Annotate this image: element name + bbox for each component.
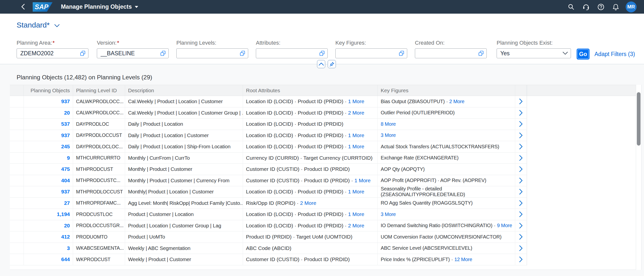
planning-objects-count[interactable]: 9 (67, 155, 70, 161)
more-link[interactable]: 3 More (381, 211, 396, 217)
table-row[interactable]: 412 PRODUOMTO Product | UoMTo Product ID… (10, 231, 636, 243)
more-link[interactable]: 1 More (354, 178, 370, 183)
planning-objects-exist-select[interactable]: Yes (496, 48, 571, 58)
table-row[interactable]: 475 MTHPRODCUST Monthly | Product | Cust… (10, 164, 636, 175)
planning-objects-count[interactable]: 475 (61, 166, 70, 172)
row-navigate-cell[interactable] (515, 130, 527, 141)
row-select-cell[interactable] (10, 243, 24, 254)
row-navigate-cell[interactable] (515, 107, 527, 119)
col-planning-level-id[interactable]: Planning Level ID (73, 85, 125, 96)
row-navigate-cell[interactable] (515, 198, 527, 209)
planning-objects-count[interactable]: 937 (61, 189, 70, 195)
table-row[interactable]: 20 CALWKPRODLOCC... Cal.Weekly | Product… (10, 107, 636, 119)
value-help-icon[interactable] (80, 50, 86, 56)
row-navigate-cell[interactable] (515, 254, 527, 265)
planning-objects-count[interactable]: 404 (61, 178, 70, 183)
more-link[interactable]: 1 More (348, 189, 364, 195)
row-select-cell[interactable] (10, 96, 24, 107)
row-navigate-cell[interactable] (515, 96, 527, 107)
value-help-icon[interactable] (398, 50, 404, 56)
row-select-cell[interactable] (10, 107, 24, 119)
version-input[interactable]: __BASELINE (97, 48, 169, 58)
planning-objects-count[interactable]: 644 (61, 256, 70, 262)
planning-objects-count[interactable]: 537 (61, 121, 70, 127)
row-select-cell[interactable] (10, 220, 24, 232)
table-row[interactable]: 937 CALWKPRODLOCC... Cal.Weekly | Produc… (10, 96, 636, 107)
row-select-cell[interactable] (10, 175, 24, 186)
col-description[interactable]: Description (125, 85, 243, 96)
row-select-cell[interactable] (10, 141, 24, 152)
table-row[interactable]: 27 MTHROPRDFAMC... Agg Level: Month| Ris… (10, 198, 636, 209)
planning-area-input[interactable]: ZDEMO2002 (16, 48, 88, 58)
row-navigate-cell[interactable] (515, 175, 527, 186)
go-button[interactable]: Go (577, 49, 590, 60)
col-root-attributes[interactable]: Root Attributes (243, 85, 378, 96)
planning-objects-count[interactable]: 27 (64, 200, 70, 206)
row-navigate-cell[interactable] (515, 220, 527, 232)
table-row[interactable]: 245 DAYPRODLOCLOC... Daily | Product | L… (10, 141, 636, 152)
value-help-icon[interactable] (478, 50, 484, 56)
more-link[interactable]: 1 More (348, 132, 364, 138)
row-select-cell[interactable] (10, 186, 24, 198)
table-row[interactable]: 644 WKPRODCUST Weekly | Product | Custom… (10, 254, 636, 265)
row-select-cell[interactable] (10, 164, 24, 175)
sap-logo[interactable]: SAP (33, 2, 52, 12)
help-button[interactable] (598, 4, 604, 11)
row-navigate-cell[interactable] (515, 186, 527, 198)
row-navigate-cell[interactable] (515, 231, 527, 243)
table-row[interactable]: 537 DAYPRODLOC Daily | Product | Locatio… (10, 119, 636, 130)
key-figures-input[interactable] (336, 48, 407, 58)
col-key-figures[interactable]: Key Figures (378, 85, 515, 96)
adapt-filters-link[interactable]: Adapt Filters (3) (594, 51, 635, 58)
row-navigate-cell[interactable] (515, 164, 527, 175)
more-link[interactable]: 1 More (348, 144, 364, 150)
support-button[interactable] (582, 4, 590, 11)
planning-objects-count[interactable]: 3 (67, 245, 70, 251)
user-avatar[interactable]: MR (626, 2, 636, 13)
table-row[interactable]: 937 DAYPRODLOCCUST Daily | Product | Loc… (10, 130, 636, 141)
row-select-cell[interactable] (10, 254, 24, 265)
value-help-icon[interactable] (319, 50, 325, 56)
app-title-menu[interactable]: Manage Planning Objects (61, 0, 138, 14)
planning-objects-count[interactable]: 20 (64, 110, 70, 116)
value-help-icon[interactable] (160, 50, 166, 56)
more-link[interactable]: 8 More (381, 121, 396, 127)
planning-objects-count[interactable]: 245 (61, 144, 70, 150)
more-link[interactable]: 3 More (381, 132, 396, 138)
more-link[interactable]: 2 More (348, 223, 364, 229)
table-row[interactable]: 404 MTHPRODCUSTC... Monthly | Product | … (10, 175, 636, 186)
row-navigate-cell[interactable] (515, 152, 527, 164)
more-link[interactable]: 1 More (348, 211, 364, 217)
more-link[interactable]: 9 More (497, 223, 512, 228)
value-help-icon[interactable] (240, 50, 246, 56)
row-navigate-cell[interactable] (515, 119, 527, 130)
more-link[interactable]: 12 More (454, 257, 472, 262)
more-link[interactable]: 2 More (449, 99, 464, 104)
row-navigate-cell[interactable] (515, 243, 527, 254)
back-button[interactable] (19, 3, 27, 11)
planning-objects-count[interactable]: 1,194 (57, 211, 70, 217)
more-link[interactable]: 2 More (300, 200, 316, 206)
row-select-cell[interactable] (10, 152, 24, 164)
pin-header-button[interactable] (328, 60, 336, 68)
table-row[interactable]: 1,194 PRODCUSTLOC Product | Customer | L… (10, 209, 636, 220)
more-link[interactable]: 2 More (348, 110, 364, 116)
planning-objects-count[interactable]: 937 (61, 98, 70, 104)
planning-objects-count[interactable]: 412 (61, 234, 70, 240)
planning-objects-count[interactable]: 20 (64, 223, 70, 229)
row-select-cell[interactable] (10, 130, 24, 141)
attributes-input[interactable] (256, 48, 328, 58)
row-select-cell[interactable] (10, 198, 24, 209)
col-planning-objects[interactable]: Planning Objects (24, 85, 73, 96)
table-row[interactable]: 3 WKABCSEGMENTA... Weekly | ABC Segmenta… (10, 243, 636, 254)
table-row[interactable]: 20 PRODLOCCUSTGR... Product | Location |… (10, 220, 636, 232)
planning-levels-input[interactable] (176, 48, 248, 58)
select-column-header[interactable] (10, 85, 24, 96)
scrollbar-thumb[interactable] (637, 92, 640, 146)
row-select-cell[interactable] (10, 119, 24, 130)
row-select-cell[interactable] (10, 231, 24, 243)
notifications-button[interactable] (612, 4, 619, 11)
created-on-input[interactable] (415, 48, 487, 58)
vertical-scrollbar[interactable] (636, 85, 642, 270)
variant-selector[interactable]: Standard* (16, 21, 60, 29)
